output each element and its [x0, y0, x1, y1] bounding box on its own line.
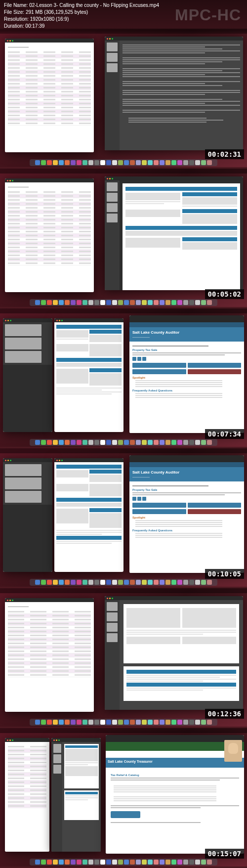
dock-app-icon[interactable]	[41, 440, 46, 445]
dock-app-icon[interactable]	[207, 160, 212, 165]
close-icon[interactable]	[53, 739, 55, 741]
facebook-icon[interactable]	[132, 357, 136, 361]
macos-dock[interactable]	[30, 719, 217, 726]
close-icon[interactable]	[7, 180, 8, 181]
table-row[interactable]	[8, 118, 91, 122]
dock-app-icon[interactable]	[148, 860, 153, 865]
dock-app-icon[interactable]	[41, 160, 46, 165]
maximize-icon[interactable]	[58, 739, 60, 741]
dock-app-icon[interactable]	[59, 160, 64, 165]
table-row[interactable]	[8, 781, 46, 784]
table-row[interactable]	[8, 106, 91, 110]
dock-app-icon[interactable]	[165, 160, 170, 165]
dock-app-icon[interactable]	[77, 860, 82, 865]
action-button[interactable]	[132, 363, 186, 368]
form-window[interactable]	[54, 458, 124, 572]
dock-app-icon[interactable]	[88, 160, 93, 165]
table-row[interactable]	[8, 230, 91, 234]
table-row[interactable]	[8, 642, 91, 646]
dock-app-icon[interactable]	[47, 580, 52, 585]
dock-app-icon[interactable]	[100, 720, 105, 725]
macos-dock[interactable]	[30, 859, 217, 866]
dock-app-icon[interactable]	[207, 300, 212, 305]
dock-app-icon[interactable]	[177, 580, 182, 585]
dock-app-icon[interactable]	[77, 580, 82, 585]
share-icon[interactable]	[142, 497, 146, 501]
dock-app-icon[interactable]	[201, 860, 206, 865]
dock-app-icon[interactable]	[160, 440, 165, 445]
dock-app-icon[interactable]	[59, 580, 64, 585]
dock-app-icon[interactable]	[130, 860, 135, 865]
table-row[interactable]	[8, 765, 46, 769]
thumbnail-rail[interactable]	[105, 180, 120, 290]
table-row[interactable]	[8, 745, 46, 749]
action-button[interactable]	[132, 509, 186, 514]
dock-app-icon[interactable]	[201, 300, 206, 305]
page-thumbnail[interactable]	[53, 754, 61, 763]
action-button[interactable]	[132, 503, 186, 508]
maximize-icon[interactable]	[12, 600, 13, 601]
maximize-icon[interactable]	[12, 180, 13, 181]
social-links[interactable]	[132, 497, 241, 501]
dock-app-icon[interactable]	[124, 720, 129, 725]
dock-app-icon[interactable]	[65, 160, 70, 165]
table-row[interactable]	[8, 78, 91, 82]
dock-app-icon[interactable]	[71, 300, 76, 305]
table-row[interactable]	[8, 70, 91, 74]
table-row[interactable]	[8, 242, 91, 246]
table-row[interactable]	[8, 198, 91, 202]
dock-app-icon[interactable]	[100, 580, 105, 585]
dock-app-icon[interactable]	[142, 440, 147, 445]
minimize-icon[interactable]	[9, 739, 11, 741]
page-thumbnail[interactable]	[53, 765, 61, 774]
minimize-icon[interactable]	[59, 320, 60, 321]
table-row[interactable]	[8, 630, 91, 634]
thumbnail-rail[interactable]	[3, 462, 52, 505]
dock-app-icon[interactable]	[47, 860, 52, 865]
minimize-icon[interactable]	[59, 460, 60, 461]
dock-app-icon[interactable]	[59, 860, 64, 865]
dock-app-icon[interactable]	[71, 720, 76, 725]
page-thumbnail[interactable]	[107, 214, 118, 222]
spreadsheet-window[interactable]: ———————	[5, 598, 94, 712]
dock-app-icon[interactable]	[130, 580, 135, 585]
thumbnail-rail[interactable]	[3, 322, 52, 365]
table-row[interactable]	[8, 261, 91, 265]
dock-app-icon[interactable]	[65, 720, 70, 725]
sidebar-window[interactable]	[3, 458, 52, 572]
dock-app-icon[interactable]	[41, 300, 46, 305]
dock-app-icon[interactable]	[130, 440, 135, 445]
dock-app-icon[interactable]	[82, 440, 87, 445]
dock-app-icon[interactable]	[189, 860, 194, 865]
page-thumbnail[interactable]	[53, 744, 61, 753]
dock-app-icon[interactable]	[189, 440, 194, 445]
dock-app-icon[interactable]	[171, 160, 176, 165]
document-window[interactable]	[105, 37, 243, 150]
dock-app-icon[interactable]	[118, 860, 123, 865]
dock-app-icon[interactable]	[77, 300, 82, 305]
close-icon[interactable]	[107, 38, 108, 40]
dock-app-icon[interactable]	[142, 580, 147, 585]
table-row[interactable]	[8, 792, 46, 796]
social-links[interactable]	[132, 357, 241, 361]
close-icon[interactable]	[107, 178, 108, 179]
close-icon[interactable]	[107, 598, 108, 599]
dock-app-icon[interactable]	[160, 160, 165, 165]
page-thumbnail[interactable]	[107, 203, 118, 212]
table-row[interactable]	[8, 804, 46, 808]
dock-app-icon[interactable]	[171, 720, 176, 725]
table-row[interactable]	[8, 54, 91, 58]
dock-app-icon[interactable]	[183, 580, 188, 585]
dock-app-icon[interactable]	[100, 860, 105, 865]
dock-app-icon[interactable]	[154, 160, 159, 165]
action-button[interactable]	[188, 369, 242, 374]
table-row[interactable]	[8, 258, 91, 261]
table-row[interactable]	[8, 650, 91, 653]
page-thumbnail[interactable]	[107, 53, 118, 62]
minimize-icon[interactable]	[109, 178, 111, 179]
table-row[interactable]	[8, 222, 91, 226]
table-row[interactable]	[8, 777, 46, 781]
table-row[interactable]	[8, 218, 91, 222]
dock-app-icon[interactable]	[183, 720, 188, 725]
table-row[interactable]	[8, 665, 91, 669]
